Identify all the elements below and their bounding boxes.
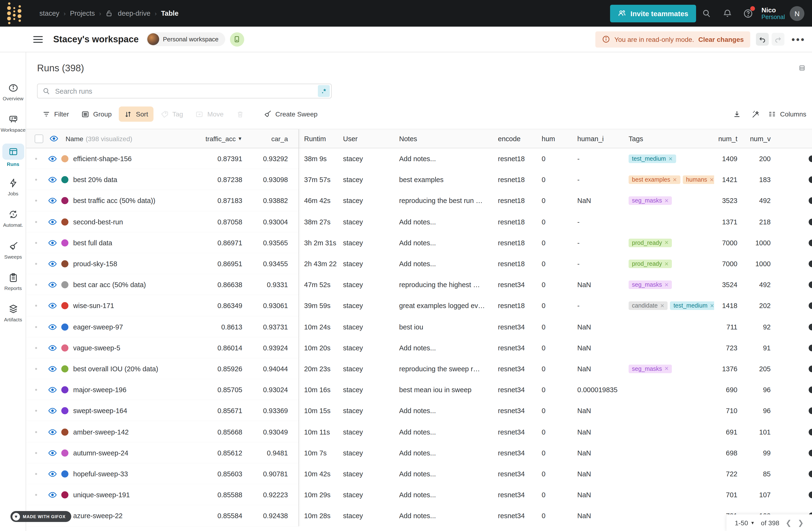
breadcrumb-project[interactable]: deep-drive [118,10,150,17]
tag-remove-icon[interactable]: ✕ [710,177,714,183]
run-tag[interactable]: candidate✕ [628,302,668,310]
tag-remove-icon[interactable]: ✕ [672,177,677,183]
notifications-bell-icon[interactable] [717,4,738,23]
cell-notes[interactable]: reproducing the sweep r… [399,365,498,373]
table-row[interactable]: vague-sweep-50.860140.9392410m 20sstacey… [26,337,812,358]
user-avatar[interactable]: N [790,6,804,21]
run-name-link[interactable]: wise-sun-171 [73,302,114,310]
run-name-link[interactable]: best car acc (50% data) [73,281,146,289]
user-menu[interactable]: Nico Personal [762,6,785,21]
regex-toggle-button[interactable]: .* [318,85,330,97]
run-tag[interactable]: prod_ready✕ [628,260,672,268]
run-tag[interactable]: test_medium✕ [670,302,714,310]
table-row[interactable]: eager-sweep-970.86130.9373110m 24sstacey… [26,316,812,337]
tag-remove-icon[interactable]: ✕ [668,156,672,162]
table-row[interactable]: proud-sky-1580.869510.934552h 43m 22stac… [26,253,812,274]
run-name-link[interactable]: proud-sky-158 [73,260,117,268]
column-header-hum[interactable]: hum [542,135,577,142]
run-name-link[interactable]: unique-sweep-191 [73,491,130,499]
cell-notes[interactable]: best iou [399,323,498,331]
visibility-eye-icon[interactable] [48,427,57,436]
workspace-bookmark-icon[interactable] [230,32,244,46]
run-name-link[interactable]: azure-sweep-22 [73,512,122,520]
delete-button[interactable] [231,106,249,122]
run-name-link[interactable]: vague-sweep-5 [73,344,120,352]
run-tag[interactable]: humans✕ [683,176,714,184]
table-row[interactable]: best traffic acc (50% data))0.871830.938… [26,190,812,211]
wandb-logo-icon[interactable] [7,5,23,21]
download-icon[interactable] [730,107,744,121]
visibility-eye-icon[interactable] [48,470,57,478]
breadcrumb-projects[interactable]: Projects [70,10,95,17]
run-name-link[interactable]: major-sweep-196 [73,386,126,393]
breadcrumb-entity[interactable]: stacey [40,10,59,17]
column-header-notes[interactable]: Notes [399,135,498,142]
visibility-eye-icon[interactable] [48,490,57,499]
page-size-dropdown[interactable]: 1-50▼ [735,519,755,527]
column-header-name[interactable]: Name(398 visualized) [66,135,132,142]
cell-notes[interactable]: Add notes... [399,428,498,436]
column-header-encoder[interactable]: encode [498,135,542,142]
sidebar-item-sweeps[interactable]: Sweeps [0,240,26,260]
tag-remove-icon[interactable]: ✕ [664,198,668,204]
visibility-eye-icon[interactable] [48,364,57,373]
move-button[interactable]: Move [190,106,229,122]
sidebar-item-artifacts[interactable]: Artifacts [0,303,26,322]
table-row[interactable]: efficient-shape-1560.873910.9329238m 9ss… [26,148,812,169]
filter-button[interactable]: Filter [37,106,74,122]
table-row[interactable]: best overall IOU (20% data)0.859260.9404… [26,358,812,379]
cell-notes[interactable]: Add notes... [399,260,498,268]
table-row[interactable]: wise-sun-1710.863490.9306139m 59sstaceyg… [26,296,812,316]
cell-notes[interactable]: great examples logged ev… [399,302,498,310]
create-sweep-button[interactable]: Create Sweep [258,106,323,122]
run-name-link[interactable]: best full data [73,239,112,247]
table-row[interactable]: azure-sweep-220.855840.9243810m 28sstace… [26,505,812,526]
run-name-link[interactable]: autumn-sweep-24 [73,449,128,457]
table-row[interactable]: hopeful-sweep-330.856030.9078110m 42ssta… [26,463,812,484]
redo-button[interactable] [772,33,785,46]
tag-button[interactable]: Tag [155,106,188,122]
run-tag[interactable]: prod_ready✕ [628,239,672,247]
sidebar-item-jobs[interactable]: Jobs [0,177,26,196]
undo-button[interactable] [756,33,769,46]
visibility-eye-icon[interactable] [48,259,57,268]
panel-toggle-icon[interactable] [799,64,806,73]
visibility-eye-icon[interactable] [49,134,58,143]
global-search-icon[interactable] [696,4,717,23]
run-name-link[interactable]: hopeful-sweep-33 [73,470,128,478]
column-header-runtime[interactable]: Runtim [299,135,343,142]
run-tag[interactable]: seg_masks✕ [628,364,672,373]
sidebar-item-reports[interactable]: Reports [0,271,26,291]
columns-button[interactable]: Columns [768,110,807,118]
run-tag[interactable]: test_medium✕ [628,155,676,163]
cell-notes[interactable]: Add notes... [399,449,498,457]
column-header-car-a[interactable]: car_a [271,135,288,142]
clear-changes-link[interactable]: Clear changes [698,35,743,43]
tag-remove-icon[interactable]: ✕ [664,282,668,288]
menu-icon[interactable] [33,36,43,43]
table-row[interactable]: amber-sweep-1420.856680.9304910m 11sstac… [26,421,812,442]
visibility-eye-icon[interactable] [48,406,57,415]
run-name-link[interactable]: best traffic acc (50% data)) [73,197,155,205]
cell-notes[interactable]: best mean iou in sweep [399,386,498,393]
visibility-eye-icon[interactable] [48,239,57,247]
cell-notes[interactable]: best examples [399,176,498,184]
cell-notes[interactable]: Add notes... [399,491,498,499]
sidebar-item-workspace[interactable]: Workspace [0,113,26,133]
cell-notes[interactable]: Add notes... [399,218,498,226]
run-name-link[interactable]: best 20% data [73,176,117,184]
cell-notes[interactable]: reproducing the best run … [399,197,498,205]
cell-notes[interactable]: Add notes... [399,407,498,415]
tag-remove-icon[interactable]: ✕ [664,366,668,372]
visibility-eye-icon[interactable] [48,280,57,289]
cell-notes[interactable]: reproducing the highest … [399,281,498,289]
magic-wand-icon[interactable] [749,107,763,121]
cell-notes[interactable]: Add notes... [399,512,498,520]
visibility-eye-icon[interactable] [48,196,57,205]
sidebar-item-automations[interactable]: Automat. [0,208,26,228]
table-row[interactable]: best full data0.869710.935653h 2m 31ssta… [26,232,812,253]
run-name-link[interactable]: best overall IOU (20% data) [73,365,158,373]
table-row[interactable]: autumn-sweep-240.856120.948110m 7sstacey… [26,442,812,463]
visibility-eye-icon[interactable] [48,322,57,331]
cell-notes[interactable]: Add notes... [399,344,498,352]
